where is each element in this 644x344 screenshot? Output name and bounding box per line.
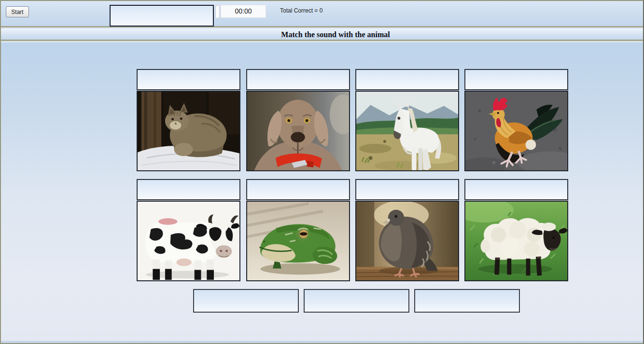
score-label: Total Correct = 0 (280, 5, 322, 17)
instruction-text: Match the sound with the animal (281, 30, 390, 39)
frog-illustration (247, 202, 349, 280)
app-window: Start 00:00 Total Correct = 0 Match the … (0, 0, 644, 344)
drop-slot-rooster[interactable] (464, 69, 568, 90)
timer-display: 00:00 (221, 5, 266, 18)
rooster-image[interactable] (464, 91, 568, 171)
drop-slot-pigeon[interactable] (355, 179, 459, 200)
drop-slot-cow[interactable] (137, 179, 240, 200)
instruction-bar: Match the sound with the animal (1, 29, 643, 41)
toolbar: Start 00:00 Total Correct = 0 (1, 1, 643, 28)
cat-illustration (138, 92, 239, 170)
cat-image[interactable] (137, 91, 240, 171)
drop-slot-dog[interactable] (246, 69, 350, 90)
horse-image[interactable] (355, 91, 459, 171)
sheep-image[interactable] (464, 201, 568, 281)
pigeon-image[interactable] (355, 201, 459, 281)
cow-image[interactable] (137, 201, 240, 281)
horse-illustration (356, 92, 458, 170)
drop-slot-horse[interactable] (355, 69, 459, 90)
sheep-illustration (465, 202, 567, 280)
timer-separator (215, 5, 220, 18)
rooster-illustration (465, 92, 567, 170)
dog-illustration (247, 92, 349, 170)
drop-slot-sheep[interactable] (464, 179, 568, 200)
start-button[interactable]: Start (6, 6, 29, 17)
bottom-strip (1, 341, 643, 344)
dog-image[interactable] (246, 91, 350, 171)
word-bank-slot-2[interactable] (304, 289, 409, 313)
sound-word-box (110, 5, 214, 27)
drop-slot-frog[interactable] (246, 179, 350, 200)
cow-illustration (138, 202, 239, 280)
frog-image[interactable] (246, 201, 350, 281)
drop-slot-cat[interactable] (137, 69, 240, 90)
word-bank-slot-1[interactable] (193, 289, 299, 313)
pigeon-illustration (356, 202, 458, 280)
word-bank-slot-3[interactable] (414, 289, 520, 313)
